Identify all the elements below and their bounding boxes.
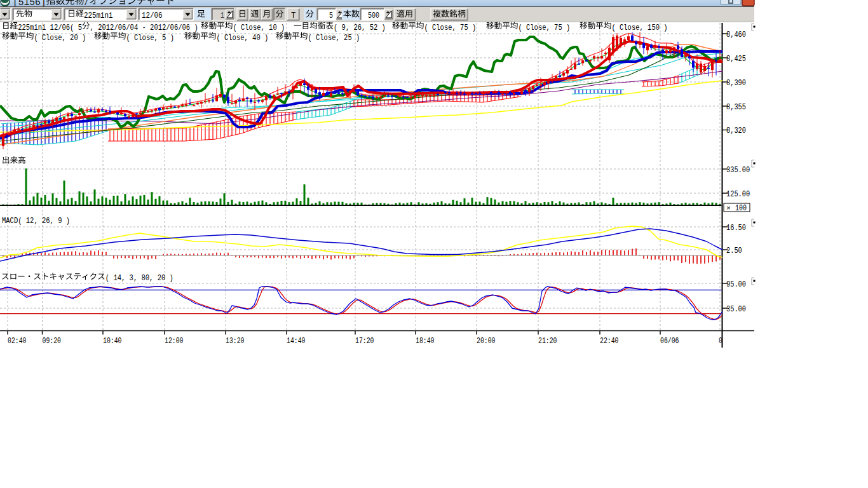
svg-text:500: 500: [368, 11, 379, 20]
svg-text:14:40: 14:40: [287, 337, 306, 346]
svg-text:( Close, 150 ): ( Close, 150 ): [611, 23, 667, 32]
svg-text:16.50: 16.50: [726, 223, 746, 233]
svg-text:( Close, 75 ): ( Close, 75 ): [518, 23, 570, 32]
svg-text:12/06: 12/06: [142, 11, 163, 20]
svg-text:T: T: [291, 11, 296, 20]
svg-text:5: 5: [329, 11, 333, 20]
svg-text:8,390: 8,390: [726, 78, 746, 88]
svg-text:MACD( 12, 26, 9 ): MACD( 12, 26, 9 ): [2, 216, 70, 226]
svg-text:100: 100: [735, 204, 747, 213]
svg-text:8,355: 8,355: [726, 102, 746, 112]
svg-text:20:00: 20:00: [477, 337, 496, 346]
svg-text:( Close, 5 ): ( Close, 5 ): [126, 33, 174, 43]
svg-text:×: ×: [726, 204, 731, 212]
svg-text:( Close, 25 ): ( Close, 25 ): [308, 33, 360, 43]
svg-text:17:20: 17:20: [355, 337, 374, 346]
svg-text:225mini 12/06( 5: 225mini 12/06( 5: [18, 23, 82, 32]
svg-text:( 9, 26, 52 ): ( 9, 26, 52 ): [334, 23, 386, 32]
svg-text:06/06: 06/06: [660, 337, 679, 346]
svg-text:( Close, 75 ): ( Close, 75 ): [424, 23, 476, 32]
svg-text:95.00: 95.00: [726, 280, 746, 289]
svg-text:12:00: 12:00: [165, 337, 184, 346]
svg-text:1: 1: [220, 11, 224, 20]
svg-text:125.00: 125.00: [726, 189, 750, 199]
svg-text:35.00: 35.00: [726, 304, 746, 314]
svg-text:18:40: 18:40: [416, 337, 435, 346]
svg-text:225mini: 225mini: [84, 11, 113, 20]
svg-text:2.50: 2.50: [726, 246, 742, 255]
svg-text:8,425: 8,425: [726, 54, 746, 64]
svg-text:( Close, 40 ): ( Close, 40 ): [216, 33, 268, 43]
svg-text:13:20: 13:20: [226, 337, 245, 346]
svg-text:8,320: 8,320: [726, 126, 746, 135]
svg-text:8,460: 8,460: [726, 30, 746, 39]
svg-text:( Close, 10 ): ( Close, 10 ): [233, 23, 285, 32]
svg-text:( 14, 3, 80, 20 ): ( 14, 3, 80, 20 ): [105, 273, 173, 283]
svg-text:, 2012/06/04 - 2012/06/06 ): , 2012/06/04 - 2012/06/06 ): [90, 23, 198, 32]
svg-text:335.00: 335.00: [726, 165, 750, 175]
svg-text:10:40: 10:40: [103, 337, 122, 346]
svg-text:22:40: 22:40: [600, 337, 619, 346]
svg-text:21:20: 21:20: [538, 337, 557, 346]
svg-text:02:40: 02:40: [8, 337, 27, 346]
svg-text:( Close, 20 ): ( Close, 20 ): [34, 33, 86, 43]
svg-text:09:20: 09:20: [43, 337, 62, 346]
